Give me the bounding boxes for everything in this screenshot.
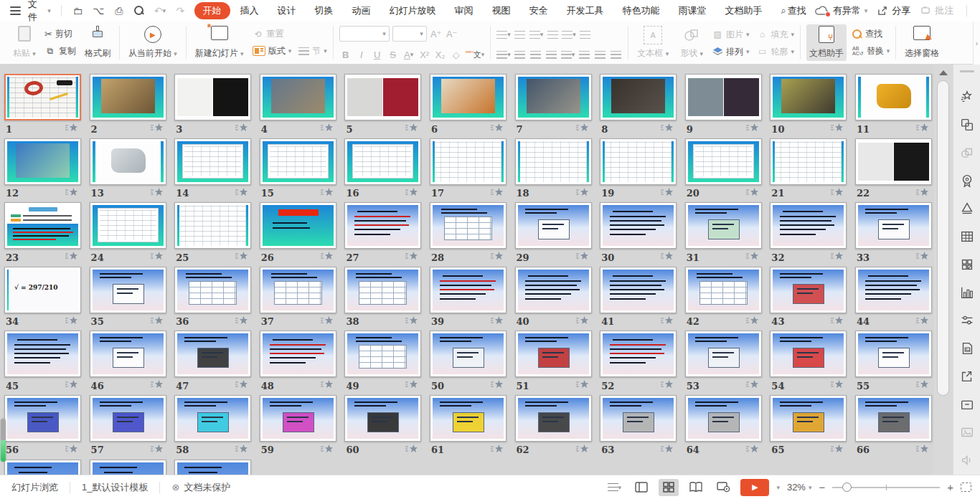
tab-插入[interactable]: 插入 <box>232 2 268 19</box>
play-from-current-button[interactable]: ▶ 从当前开始 ▾ <box>126 24 180 61</box>
slide-star-icon[interactable] <box>65 315 78 328</box>
phonetic-button[interactable]: wén文▾ <box>466 47 485 62</box>
slide-star-icon[interactable] <box>661 379 674 392</box>
notes-button[interactable]: ▾ <box>604 479 624 496</box>
outline-button[interactable]: ▭轮廓▾ <box>757 43 795 60</box>
slide-star-icon[interactable] <box>235 123 248 136</box>
slide-star-icon[interactable] <box>151 251 164 264</box>
slide-star-icon[interactable] <box>235 251 248 264</box>
slide-star-icon[interactable] <box>576 123 589 136</box>
protect-state[interactable]: ⊗文档未保护 <box>160 475 242 499</box>
slide-thumbnail[interactable] <box>430 74 507 120</box>
slide-star-icon[interactable] <box>151 187 164 200</box>
slide-star-icon[interactable] <box>65 187 78 200</box>
section-button[interactable]: 节▾ <box>298 42 327 60</box>
export-icon[interactable] <box>958 369 976 384</box>
slide-star-icon[interactable] <box>746 444 759 457</box>
slide-thumbnail[interactable] <box>174 460 251 475</box>
sidebar-handle[interactable] <box>960 70 974 72</box>
paragraph-tool-icon[interactable] <box>545 47 558 62</box>
slide-star-icon[interactable] <box>576 379 589 392</box>
slide-star-icon[interactable] <box>746 379 759 392</box>
slide-star-icon[interactable] <box>405 379 418 392</box>
slide-thumbnail[interactable] <box>515 267 592 313</box>
slide-thumbnail[interactable]: √ = 297/210 <box>4 267 81 313</box>
slide-star-icon[interactable] <box>831 444 844 457</box>
slide-thumbnail[interactable] <box>344 331 421 377</box>
slide-star-icon[interactable] <box>491 379 504 392</box>
slide-thumbnail[interactable] <box>430 395 507 442</box>
slide-thumbnail[interactable] <box>260 138 336 185</box>
layout-button[interactable]: 版式▾ <box>253 42 292 60</box>
slide-thumbnail[interactable] <box>260 202 336 249</box>
slide-thumbnail[interactable] <box>4 331 81 377</box>
slide-thumbnail[interactable] <box>770 74 847 120</box>
slide-star-icon[interactable] <box>65 123 78 136</box>
subscript-button[interactable]: X₂ <box>434 47 447 62</box>
slide-thumbnail[interactable] <box>4 138 81 185</box>
tab-开发工具[interactable]: 开发工具 <box>558 2 613 19</box>
play-slideshow-button[interactable]: ▶ <box>740 479 769 496</box>
slide-thumbnail[interactable] <box>344 202 421 249</box>
zoom-slider[interactable] <box>832 483 940 493</box>
image-doc-icon[interactable] <box>958 341 976 356</box>
slide-star-icon[interactable] <box>321 187 334 200</box>
slide-thumbnail[interactable] <box>770 202 847 249</box>
slide-thumbnail[interactable] <box>855 331 932 377</box>
slide-thumbnail[interactable] <box>685 267 762 313</box>
slide-thumbnail[interactable] <box>4 74 81 120</box>
save-icon[interactable]: 🗀 <box>72 4 85 17</box>
arrange-button[interactable]: 排列▾ <box>712 43 750 60</box>
paragraph-tool-icon[interactable] <box>529 47 542 62</box>
slide-thumbnail[interactable] <box>260 74 336 120</box>
slide-thumbnail[interactable] <box>770 138 847 185</box>
italic-button[interactable]: I <box>355 47 368 62</box>
redo-icon[interactable]: ↷ <box>174 4 187 17</box>
comment-button[interactable]: 批注 <box>920 4 953 17</box>
slide-star-icon[interactable] <box>661 187 674 200</box>
slide-star-icon[interactable] <box>151 123 164 136</box>
slide-star-icon[interactable] <box>831 187 844 200</box>
find-button[interactable]: 查找 <box>852 26 890 43</box>
slide-thumbnail[interactable] <box>344 138 421 185</box>
tab-文档助手[interactable]: 文档助手 <box>717 2 771 19</box>
tab-开始[interactable]: 开始 <box>194 2 230 19</box>
slide-thumbnail[interactable] <box>685 138 762 185</box>
tab-查找[interactable]: ⌕查找 <box>773 2 815 19</box>
slide-star-icon[interactable] <box>151 315 164 328</box>
slide-star-icon[interactable] <box>916 187 929 200</box>
main-menu-icon[interactable] <box>10 6 21 15</box>
slide-star-icon[interactable] <box>405 444 418 457</box>
slide-star-icon[interactable] <box>576 251 589 264</box>
bar-chart-icon[interactable] <box>958 285 976 300</box>
slide-star-icon[interactable] <box>405 251 418 264</box>
slide-star-icon[interactable] <box>916 315 929 328</box>
paragraph-tool-icon[interactable] <box>514 47 527 62</box>
paragraph-tool-icon[interactable] <box>514 27 527 42</box>
medal-icon[interactable] <box>958 173 976 189</box>
slide-thumbnail[interactable] <box>770 331 847 377</box>
font-family-select[interactable]: ▾ <box>339 26 390 42</box>
decrease-font-button[interactable]: A⁻ <box>446 27 458 41</box>
tab-设计[interactable]: 设计 <box>269 2 305 19</box>
tab-雨课堂[interactable]: 雨课堂 <box>670 2 715 19</box>
preview-icon[interactable] <box>133 4 146 17</box>
left-scroll-indicator[interactable] <box>1 419 6 462</box>
replace-button[interactable]: ABAC↺替换▾ <box>852 43 890 60</box>
cut-button[interactable]: ✂剪切 <box>44 26 76 43</box>
slide-thumbnail[interactable] <box>515 395 592 442</box>
slide-thumbnail[interactable] <box>515 74 592 120</box>
slide-thumbnail[interactable] <box>515 202 592 249</box>
tab-切换[interactable]: 切换 <box>306 2 342 19</box>
paragraph-tool-icon[interactable] <box>593 47 606 62</box>
slide-star-icon[interactable] <box>405 187 418 200</box>
slide-thumbnail[interactable] <box>855 74 932 120</box>
clear-format-icon[interactable]: ◇ <box>450 47 463 62</box>
ribbon-expand-button[interactable]: › <box>973 22 980 65</box>
table-icon[interactable] <box>958 229 976 244</box>
output-icon[interactable]: ⌥ <box>92 4 105 17</box>
audio-ghost-icon[interactable] <box>958 452 976 468</box>
slide-thumbnail[interactable] <box>855 395 932 442</box>
slide-star-icon[interactable] <box>491 123 504 136</box>
sliders-icon[interactable] <box>958 313 976 328</box>
